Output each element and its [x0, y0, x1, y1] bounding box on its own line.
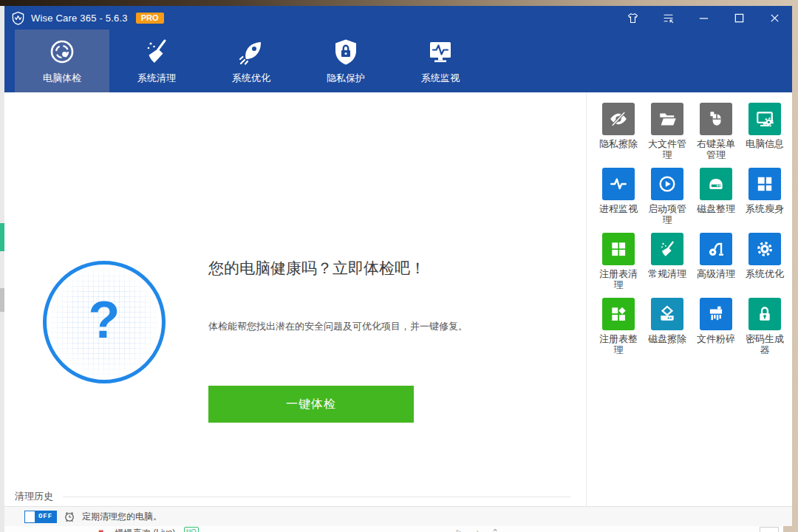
minimize-button[interactable] [686, 6, 721, 30]
tab-system-cleaner[interactable]: 系统清理 [109, 30, 204, 92]
tool-registry-defrag[interactable]: 注册表整理 [594, 298, 643, 363]
tool-process-monitor[interactable]: 进程监视 [594, 168, 643, 233]
close-button[interactable] [757, 6, 792, 30]
tool-label: 高级清理 [694, 268, 738, 279]
tool-advanced-cleaner[interactable]: 高级清理 [692, 233, 740, 298]
tool-registry-cleaner[interactable]: 注册表清理 [594, 233, 643, 298]
broom-icon [658, 239, 677, 259]
tool-label: 磁盘擦除 [645, 333, 689, 344]
tool-privacy-eraser[interactable]: 隐私擦除 [594, 103, 643, 168]
tool-file-shredder[interactable]: 文件粉碎 [692, 298, 740, 363]
play-circle-icon [658, 174, 677, 194]
tool-label: 右键菜单管理 [694, 138, 738, 161]
tool-tile [602, 298, 635, 330]
tool-tile [651, 103, 683, 135]
tool-tile [700, 168, 732, 200]
tool-tile [651, 233, 683, 265]
tool-tile [748, 298, 781, 330]
checkup-globe-icon [47, 37, 77, 66]
tool-label: 磁盘整理 [694, 203, 738, 214]
window-title: Wise Care 365 - 5.6.3 [31, 13, 128, 24]
monitor-gear-icon [755, 109, 774, 129]
tool-label: 文件粉碎 [694, 333, 738, 344]
monitor-pulse-icon [426, 37, 455, 66]
tshirt-icon [627, 12, 639, 24]
tool-label: 常规清理 [645, 268, 689, 279]
tool-big-file-manager[interactable]: 大文件管理 [643, 103, 692, 168]
status-message: 定期清理您的电脑。 [82, 511, 162, 523]
tab-system-monitor[interactable]: 系统监视 [393, 30, 488, 92]
mouse-icon [706, 109, 726, 129]
skin-theme-button[interactable] [615, 6, 650, 30]
tool-tile [602, 103, 635, 135]
maximize-icon [734, 13, 745, 24]
tool-label: 系统优化 [743, 268, 787, 279]
tool-pc-information[interactable]: 电脑信息 [740, 103, 789, 168]
gear-icon [755, 239, 774, 259]
tool-label: 系统瘦身 [743, 203, 787, 214]
tab-label: 系统清理 [137, 72, 176, 85]
scheduled-clean-toggle[interactable]: OFF [24, 511, 57, 523]
shredder-icon [706, 304, 726, 324]
tool-disk-eraser[interactable]: 磁盘擦除 [643, 298, 692, 363]
tool-tile [748, 233, 781, 265]
one-click-checkup-button[interactable]: 一键体检 [208, 386, 414, 423]
toggle-knob [25, 511, 35, 522]
close-icon [769, 13, 780, 24]
vacuum-icon [706, 239, 726, 259]
tab-label: 系统监视 [421, 72, 460, 85]
tool-tile [748, 168, 781, 200]
utilities-panel: 隐私擦除 大文件管理 右键菜单管理 [586, 92, 792, 506]
app-logo-shield-icon [11, 11, 25, 25]
pulse-icon [609, 174, 628, 194]
player-controls[interactable]: ▷＋⌃⋯ [457, 527, 528, 532]
player-button[interactable] [760, 527, 779, 532]
tool-tile [602, 233, 635, 265]
tool-label: 进程监视 [596, 203, 641, 214]
tool-tile [602, 168, 635, 200]
main-menu-button[interactable] [650, 6, 686, 30]
wise-care-window: Wise Care 365 - 5.6.3 PRO [4, 6, 792, 526]
tool-label: 注册表整理 [596, 333, 641, 356]
tool-system-tuneup[interactable]: 系统优化 [740, 233, 789, 298]
question-mark: ? [89, 290, 120, 349]
disk-eraser-icon [658, 304, 677, 324]
menu-lines-icon [662, 12, 675, 24]
tool-disk-defrag[interactable]: 磁盘整理 [692, 168, 740, 233]
tab-system-tuneup[interactable]: 系统优化 [204, 30, 299, 92]
toggle-state-label: OFF [35, 511, 56, 522]
divider-line [63, 497, 570, 497]
tool-label: 注册表清理 [596, 268, 641, 291]
padlock-icon [755, 304, 774, 324]
registry-grid-icon [609, 239, 628, 259]
maximize-button[interactable] [721, 6, 757, 30]
heart-icon[interactable]: ♥ [98, 527, 103, 532]
tab-privacy-protector[interactable]: 隐私保护 [299, 30, 393, 92]
broom-icon [142, 37, 171, 66]
song-title: 慢慢喜欢 (Live) [115, 527, 175, 532]
tool-context-menu-manager[interactable]: 右键菜单管理 [692, 103, 740, 168]
tool-tile [748, 103, 781, 135]
folder-open-icon [658, 109, 677, 129]
statusbar: OFF 定期清理您的电脑。 [4, 506, 792, 526]
tab-label: 系统优化 [232, 72, 270, 85]
window-controls [615, 6, 792, 30]
tool-password-generator[interactable]: 密码生成器 [740, 298, 789, 363]
tool-tile [700, 233, 732, 265]
alarm-clock-icon [64, 511, 75, 522]
tool-common-cleaner[interactable]: 常规清理 [643, 233, 692, 298]
history-header: 清理历史 [15, 490, 570, 503]
main-nav: 电脑体检 系统清理 系统优化 隐私保护 [4, 30, 792, 92]
disk-drive-icon [706, 174, 726, 194]
tool-label: 大文件管理 [645, 138, 689, 161]
tab-pc-checkup[interactable]: 电脑体检 [15, 30, 109, 92]
tab-label: 隐私保护 [327, 72, 365, 85]
tool-tile [651, 298, 683, 330]
tool-system-slimming[interactable]: 系统瘦身 [740, 168, 789, 233]
tool-tile [651, 168, 683, 200]
tool-startup-manager[interactable]: 启动项管理 [643, 168, 692, 233]
tool-tile [700, 103, 732, 135]
tool-label: 密码生成器 [743, 333, 787, 356]
health-question-circle: ? [43, 261, 166, 383]
background-music-player: ♥ 慢慢喜欢 (Live) HQ ▷＋⌃⋯ [4, 526, 783, 532]
